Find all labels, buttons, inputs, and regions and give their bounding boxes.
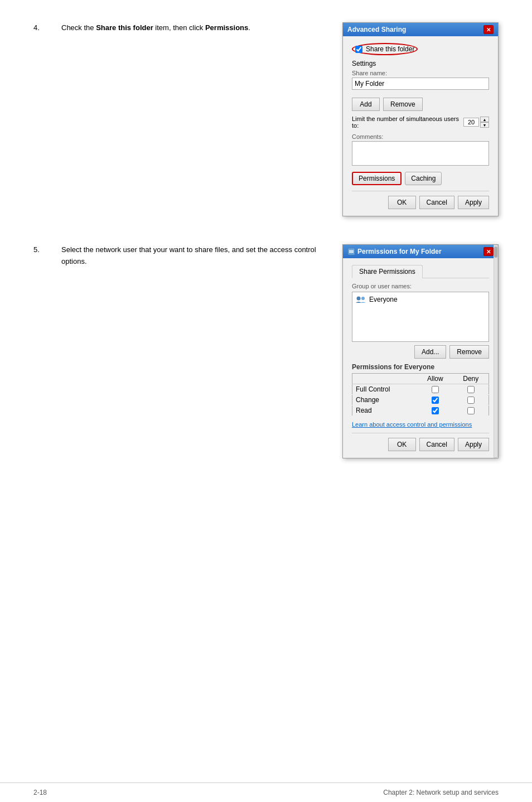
share-name-label: Share name: [352,70,489,76]
permissions-dialog-container: Permissions for My Folder ✕ Share Permis… [342,244,499,458]
step-number-4: 4. [33,22,61,32]
user-list: Everyone [352,292,489,342]
step4-text-before: Check the [61,23,96,32]
add-button[interactable]: Add [352,98,380,111]
perm-name-read: Read [352,405,418,416]
permissions-table: Allow Deny Full Control Change [352,373,489,416]
perm-deny-full-control [453,384,489,395]
perm-allow-change [417,395,453,405]
user-add-button[interactable]: Add... [414,345,446,359]
svg-rect-1 [349,250,354,252]
everyone-icon [356,296,366,303]
permissions-footer: OK Cancel Apply [352,433,489,451]
tab-bar: Share Permissions [352,265,489,278]
remove-button[interactable]: Remove [383,98,423,111]
step4-text-end: . [248,23,250,32]
advanced-sharing-titlebar: Advanced Sharing ✕ [343,23,498,36]
share-this-folder-row: Share this folder [352,43,489,55]
page-footer: 2-18 Chapter 2: Network setup and servic… [0,782,532,802]
perm-close-button[interactable]: ✕ [483,247,494,256]
advanced-sharing-title: Advanced Sharing [347,26,406,33]
perm-deny-read [453,405,489,416]
everyone-label: Everyone [369,296,398,303]
advanced-sharing-dialog-container: Advanced Sharing ✕ Share this folder Set… [342,22,499,216]
close-button[interactable]: ✕ [483,25,494,34]
group-label: Group or user names: [352,283,489,289]
permissions-dialog: Permissions for My Folder ✕ Share Permis… [342,244,499,458]
change-allow-checkbox[interactable] [432,397,439,404]
step-text-4: Check the Share this folder item, then c… [61,22,331,34]
user-item-everyone[interactable]: Everyone [355,294,486,305]
perm-col-allow: Allow [417,374,453,384]
read-allow-checkbox[interactable] [432,407,439,414]
svg-point-4 [361,297,365,300]
permissions-button[interactable]: Permissions [352,172,402,185]
full-control-allow-checkbox[interactable] [432,386,439,393]
limit-spinner-container: 20 ▲ ▼ [463,117,489,128]
perm-allow-read [417,405,453,416]
advanced-sharing-footer: OK Cancel Apply [352,191,489,209]
cancel-button[interactable]: Cancel [419,196,454,209]
settings-label: Settings [352,60,489,67]
perm-cancel-button[interactable]: Cancel [419,438,454,451]
change-deny-checkbox[interactable] [467,397,475,404]
step-4: 4. Check the Share this folder item, the… [33,22,499,216]
user-remove-button[interactable]: Remove [449,345,489,359]
permissions-tbody: Full Control Change Read [352,384,489,416]
perm-col-deny: Deny [453,374,489,384]
svg-rect-2 [349,252,354,253]
advanced-sharing-dialog: Advanced Sharing ✕ Share this folder Set… [342,22,499,216]
ok-button[interactable]: OK [388,196,416,209]
permissions-title: Permissions for My Folder [357,248,442,255]
step4-text-after: item, then click [153,23,205,32]
add-remove-row: Add Remove [352,98,489,111]
perm-row-change: Change [352,395,489,405]
perm-titlebar-left: Permissions for My Folder [347,248,442,255]
tab-share-permissions[interactable]: Share Permissions [352,265,423,278]
limit-value: 20 [463,118,479,127]
perm-deny-change [453,395,489,405]
limit-label: Limit the number of simultaneous users t… [352,115,460,129]
advanced-sharing-body: Share this folder Settings Share name: A… [343,36,498,216]
perm-col-name [352,374,418,384]
apply-button[interactable]: Apply [458,196,489,209]
perm-name-change: Change [352,395,418,405]
permissions-body: Share Permissions Group or user names: [343,258,498,458]
share-folder-circled: Share this folder [352,43,418,55]
step4-bold2: Permissions [205,23,248,32]
full-control-deny-checkbox[interactable] [467,386,475,393]
perm-ok-button[interactable]: OK [388,438,416,451]
limit-spinner: ▲ ▼ [480,117,489,128]
permissions-for-label: Permissions for Everyone [352,363,489,371]
step-text-5: Select the network user that your want t… [61,244,331,268]
perm-row-read: Read [352,405,489,416]
permissions-icon [347,248,355,255]
share-this-folder-label: Share this folder [366,45,414,53]
spinner-down[interactable]: ▼ [480,122,489,128]
step4-bold1: Share this folder [96,23,153,32]
step-number-5: 5. [33,244,61,254]
perm-apply-button[interactable]: Apply [458,438,489,451]
svg-point-3 [357,297,361,301]
limit-row: Limit the number of simultaneous users t… [352,115,489,129]
step-5: 5. Select the network user that your wan… [33,244,499,458]
user-btn-row: Add... Remove [352,345,489,359]
perm-row-full-control: Full Control [352,384,489,395]
scrollbar[interactable] [494,245,498,458]
svg-rect-0 [348,248,355,255]
learn-link[interactable]: Learn about access control and permissio… [352,421,472,428]
caching-button[interactable]: Caching [405,172,442,185]
page-content: 4. Check the Share this folder item, the… [0,0,532,520]
comments-textarea[interactable] [352,141,489,166]
permissions-caching-row: Permissions Caching [352,172,489,185]
share-name-input[interactable] [352,78,489,90]
perm-name-full-control: Full Control [352,384,418,395]
perm-allow-full-control [417,384,453,395]
spinner-up[interactable]: ▲ [480,117,489,122]
footer-page-number: 2-18 [33,789,47,796]
read-deny-checkbox[interactable] [467,407,475,414]
footer-chapter: Chapter 2: Network setup and services [383,789,499,796]
share-this-folder-checkbox[interactable] [355,46,362,53]
comments-label: Comments: [352,133,489,140]
scroll-thumb [494,247,497,258]
